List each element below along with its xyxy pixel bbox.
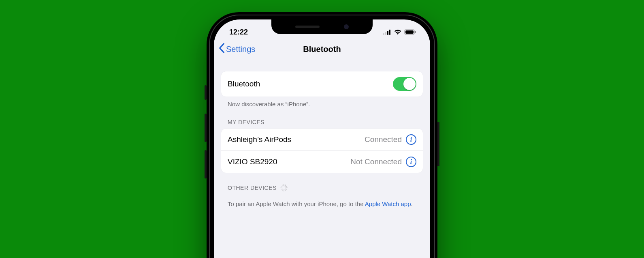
pair-hint-prefix: To pair an Apple Watch with your iPhone,…	[228, 200, 365, 207]
iphone-frame: 12:22	[207, 12, 437, 258]
pair-watch-hint: To pair an Apple Watch with your iPhone,…	[221, 195, 423, 208]
svg-rect-6	[415, 31, 416, 33]
volume-down-button	[205, 150, 207, 178]
mute-switch	[205, 85, 207, 100]
device-status: Not Connected	[350, 157, 402, 166]
my-devices-header: MY DEVICES	[221, 108, 423, 129]
my-devices-header-label: MY DEVICES	[228, 119, 264, 125]
pair-hint-suffix: .	[411, 200, 413, 207]
content-area: Bluetooth Now discoverable as “iPhone”. …	[214, 59, 430, 208]
screen: 12:22	[214, 19, 430, 258]
apple-watch-app-link[interactable]: Apple Watch app	[365, 200, 411, 207]
back-button[interactable]: Settings	[218, 43, 255, 56]
bluetooth-toggle-row: Bluetooth	[221, 71, 423, 97]
notch	[271, 19, 373, 34]
other-devices-header-label: OTHER DEVICES	[228, 185, 277, 191]
bluetooth-toggle-group: Bluetooth	[221, 71, 423, 97]
my-devices-list: Ashleigh’s AirPods Connected i VIZIO SB2…	[221, 129, 423, 173]
bluetooth-toggle[interactable]	[393, 77, 416, 91]
power-button	[437, 122, 439, 166]
volume-up-button	[205, 114, 207, 142]
cellular-signal-icon	[383, 30, 391, 35]
wifi-icon	[394, 29, 402, 35]
info-icon[interactable]: i	[406, 134, 416, 145]
device-row[interactable]: Ashleigh’s AirPods Connected i	[221, 129, 423, 150]
device-status: Connected	[365, 135, 402, 144]
speaker-grille	[295, 26, 320, 28]
chevron-left-icon	[218, 43, 225, 56]
other-devices-header: OTHER DEVICES	[221, 173, 423, 195]
device-row[interactable]: VIZIO SB2920 Not Connected i	[221, 150, 423, 173]
svg-rect-1	[385, 32, 386, 35]
battery-icon	[404, 29, 416, 35]
toggle-knob	[403, 78, 416, 90]
discoverable-note: Now discoverable as “iPhone”.	[221, 97, 423, 108]
svg-rect-5	[405, 30, 414, 34]
nav-bar: Settings Bluetooth	[214, 39, 430, 59]
status-time: 12:22	[225, 28, 248, 37]
back-label: Settings	[226, 45, 255, 54]
svg-rect-3	[389, 30, 390, 35]
device-name: Ashleigh’s AirPods	[228, 135, 291, 144]
device-name: VIZIO SB2920	[228, 157, 277, 166]
info-icon[interactable]: i	[406, 157, 416, 167]
page-title: Bluetooth	[303, 45, 341, 54]
front-camera	[344, 24, 349, 29]
svg-rect-0	[383, 33, 384, 35]
bluetooth-toggle-label: Bluetooth	[228, 80, 260, 88]
svg-rect-2	[387, 31, 388, 35]
spinner-icon	[280, 184, 287, 191]
